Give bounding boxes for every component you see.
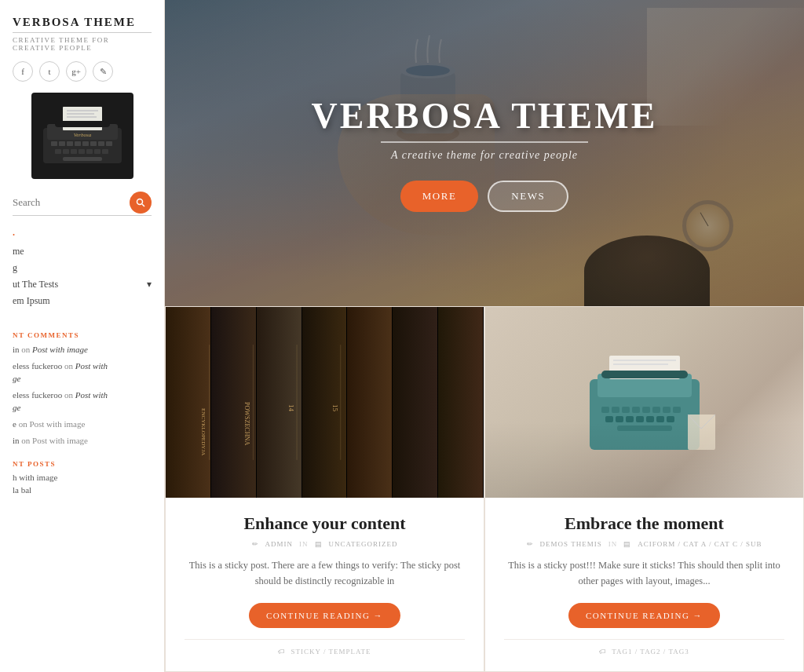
book-spine [302,307,348,498]
googleplus-icon[interactable]: g+ [66,61,86,82]
svg-rect-44 [601,407,609,413]
sidebar-brand-subtitle: CREATIVE THEME FOR CREATIVE PEOPLE [13,36,152,52]
social-icons: f t g+ ✎ [13,61,152,82]
svg-rect-5 [67,116,97,118]
post-excerpt-1: This is a sticky post. There are a few t… [185,557,465,589]
nav-item-tests[interactable]: ut The Tests ▾ [13,276,152,293]
sidebar: VERBOSA THEME CREATIVE THEME FOR CREATIV… [0,0,165,672]
typewriter-thumb-svg [566,344,723,462]
svg-rect-58 [667,416,674,422]
svg-rect-16 [63,149,69,154]
recent-posts-title: NT POSTS [13,460,152,468]
book-spine [393,307,438,498]
book-spine [166,307,211,498]
folder-icon-2: ▤ [623,540,631,548]
search-icon [136,198,145,207]
search-area [13,192,152,216]
sidebar-brand-title: VERBOSA THEME [13,16,152,33]
comment-item-3: eless fuckeroo on Post withge [13,389,152,414]
nav-menu: · me g ut The Tests ▾ em Ipsum [13,227,152,309]
post-meta-2: ✏ DEMOS THEMIS IN ▤ ACIFORM / CAT A / CA… [527,540,762,548]
post-tags-2: TAG1 / TAG2 / TAG3 [612,648,689,656]
hero-section: VERBOSA THEME A creative theme for creat… [165,0,804,306]
svg-rect-8 [59,141,65,146]
facebook-icon[interactable]: f [13,61,33,82]
recent-post-2[interactable]: la bal [13,485,152,495]
comment-author: in [13,436,20,445]
meta-separator: IN [299,540,309,548]
svg-text:Verbosa: Verbosa [73,132,91,138]
svg-point-24 [137,199,143,205]
comment-item-4: e on Post with image [13,418,152,430]
svg-rect-4 [67,113,94,115]
post-thumbnail-2 [485,307,803,498]
svg-rect-47 [632,407,640,413]
svg-rect-7 [51,141,57,146]
chevron-down-icon: ▾ [147,279,152,290]
nav-item-lorem[interactable]: em Ipsum [13,293,152,309]
search-button[interactable] [130,192,152,214]
nav-item-me[interactable]: me [13,243,152,260]
svg-rect-57 [656,416,664,422]
svg-rect-50 [663,407,671,413]
svg-rect-11 [82,141,89,146]
more-button[interactable]: MORE [400,181,479,212]
book-spine [347,307,393,498]
tag-icon-1: 🏷 [278,648,286,656]
svg-rect-42 [613,363,668,365]
post-meta-1: ✏ ADMIN IN ▤ UNCATEGORIZED [252,540,398,548]
hero-title: VERBOSA THEME [312,95,658,143]
pen-icon: ✏ [252,540,259,548]
svg-rect-17 [71,149,77,154]
search-input[interactable] [13,196,130,209]
nav-item-g[interactable]: g [13,260,152,276]
svg-rect-46 [622,407,630,413]
svg-rect-3 [67,110,98,111]
book-spine [438,307,484,498]
svg-rect-15 [55,149,61,154]
post-card-2: Embrace the moment ✏ DEMOS THEMIS IN ▤ A… [484,306,804,672]
comment-item-1: in on Post with image [13,344,152,356]
comment-author: e [13,419,16,429]
post-author-2: DEMOS THEMIS [540,540,602,548]
svg-rect-48 [642,407,650,413]
post-footer-2: 🏷 TAG1 / TAG2 / TAG3 [504,639,784,656]
main-content: VERBOSA THEME A creative theme for creat… [165,0,804,672]
sidebar-logo: Verbosa [31,93,133,179]
svg-rect-60 [688,415,715,450]
svg-rect-54 [626,416,634,422]
post-tags-1: STICKY / TEMPLATE [291,648,371,656]
svg-rect-12 [90,141,97,146]
book-spine [211,307,257,498]
svg-rect-43 [601,371,688,378]
svg-rect-51 [673,407,681,413]
comment-on: on [64,390,75,400]
pen-icon-2: ✏ [527,540,534,548]
svg-rect-9 [67,141,73,146]
news-button[interactable]: NEWS [488,181,568,212]
tag-icon-2: 🏷 [599,648,607,656]
comment-author: eless fuckeroo [13,361,62,371]
svg-rect-6 [55,121,110,127]
recent-post-1[interactable]: h with image [13,473,152,482]
svg-line-25 [142,204,144,206]
comment-post-link[interactable]: Post with image [32,345,88,354]
nav-item-home[interactable]: · [13,227,152,243]
svg-rect-53 [616,416,623,422]
post-card-1: ENCYKLOPEDYJA POWSZECHNA 14 15 Enhance y… [165,306,484,672]
book-spine [257,307,302,498]
continue-reading-button-1[interactable]: CONTINUE READING → [249,603,400,628]
link-icon[interactable]: ✎ [93,61,113,82]
post-thumbnail-1: ENCYKLOPEDYJA POWSZECHNA 14 15 [166,307,484,498]
nav-item-tests-label: ut The Tests [13,279,58,290]
comment-item-5: in on Post with image [13,435,152,447]
svg-rect-55 [636,416,644,422]
comment-on: on Post with image [21,436,88,445]
hero-buttons: MORE NEWS [312,181,658,212]
post-category-2: ACIFORM / CAT A / CAT C / SUB [638,540,762,548]
post-body-1: Enhance your content ✏ ADMIN IN ▤ UNCATE… [166,498,484,671]
twitter-icon[interactable]: t [39,61,60,82]
svg-rect-52 [605,416,613,422]
svg-rect-49 [652,407,660,413]
continue-reading-button-2[interactable]: CONTINUE READING → [568,603,720,628]
